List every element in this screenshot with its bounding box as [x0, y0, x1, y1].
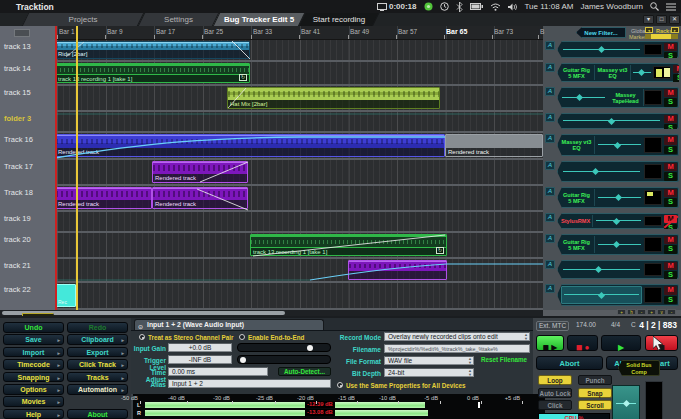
master-plugin-badge[interactable]: Solid Bus Comp [618, 360, 660, 376]
filter-panel-scrollbar[interactable] [645, 34, 678, 39]
timeline-ruler[interactable]: Bar 1Bar 9Bar 17Bar 25Bar 33Bar 41Bar 49… [55, 26, 543, 40]
automation-button[interactable]: A [545, 213, 555, 222]
volume-slider[interactable] [561, 286, 642, 304]
zoom-control-h[interactable]: h [627, 309, 636, 315]
master-fader[interactable] [612, 385, 640, 419]
zoom-control-v[interactable]: v [657, 309, 666, 315]
volume-slider[interactable] [597, 189, 642, 206]
filter-strip-track-17[interactable]: MS [557, 161, 679, 182]
filter-strip-track-20[interactable]: Guitar Rig 5 MFXMS [557, 234, 679, 255]
volume-slider-knob[interactable] [595, 266, 602, 273]
loop-icon[interactable]: ↻ [436, 247, 444, 254]
same-properties-radio[interactable] [337, 382, 343, 388]
menu-user-name[interactable]: James Woodburn [580, 2, 643, 11]
toggle-loop[interactable]: Loop [538, 375, 572, 385]
solo-button[interactable]: S [664, 146, 677, 155]
menu-clipboard[interactable]: Clipboard▸ [67, 334, 128, 345]
racks-right-arrow[interactable]: ▸ [671, 27, 679, 33]
clip-rendered-track[interactable]: Rendered track [445, 134, 543, 157]
track-name-track-14[interactable]: track 14 [4, 65, 52, 73]
mute-button[interactable]: M [664, 163, 677, 171]
loop-icon[interactable]: ↻ [239, 74, 247, 81]
track-lane-track-19[interactable] [55, 212, 543, 231]
plugin-massey-vt3-eq[interactable]: Massey vt3 EQ [595, 65, 631, 80]
track-name-track-16[interactable]: Track 16 [4, 136, 52, 144]
clip-rendered-track[interactable]: Rendered track [55, 187, 152, 209]
toggle-punch[interactable]: Punch [578, 375, 612, 385]
volume-slider[interactable] [561, 89, 606, 106]
track-name-folder-3[interactable]: folder 3 [4, 115, 52, 123]
tempo-readout[interactable]: 174.00 [576, 321, 596, 328]
volume-slider-knob[interactable] [613, 241, 620, 248]
time-signature-readout[interactable]: 4/4 [611, 321, 620, 328]
filename-field[interactable]: %projectdir%/%edit%_%track%_take_%take% [384, 344, 530, 353]
tab-bug-tracker-edit-5[interactable]: Bug Tracker Edit 5 [216, 13, 302, 26]
trigger-level-slider[interactable] [237, 355, 331, 364]
app-name[interactable]: Tracktion [16, 2, 54, 12]
track-name-track-21[interactable]: track 21 [4, 262, 52, 270]
solo-button[interactable]: S [664, 271, 677, 279]
auto-detect-button[interactable]: Auto-Detect... [278, 367, 331, 376]
menu-save[interactable]: Save▸ [3, 334, 64, 345]
automation-button[interactable]: A [545, 63, 555, 72]
plugin-massey-tapehead[interactable]: Massey TapeHead [608, 89, 644, 106]
plugin-guitar-rig-5-mfx[interactable]: Guitar Rig 5 MFX [559, 189, 595, 206]
filter-strip-track-14[interactable]: Guitar Rig 5 MFXMassey vt3 EQMS [557, 63, 679, 82]
window-minimize-button[interactable]: ▾ [643, 15, 654, 24]
screen-recording-indicator[interactable]: 0:00:18 [377, 2, 417, 11]
track-header-corner-button[interactable] [14, 29, 30, 37]
menu-clock-text[interactable]: Tue 11:08 AM [525, 2, 574, 11]
track-lane-folder-3[interactable] [55, 112, 543, 131]
racks-left-arrow[interactable]: ◂ [645, 27, 653, 33]
track-name-track-13[interactable]: track 13 [4, 43, 52, 51]
volume-slider[interactable] [633, 65, 651, 80]
volume-slider[interactable] [595, 215, 642, 227]
volume-slider-knob[interactable] [608, 117, 615, 124]
volume-slider-knob[interactable] [591, 168, 598, 175]
volume-slider-knob[interactable] [615, 194, 622, 201]
wifi-menu-icon[interactable] [490, 3, 501, 11]
menu-movies[interactable]: Movies▸ [3, 396, 64, 407]
reset-filename-button[interactable]: Reset Filename [478, 356, 530, 365]
mute-button[interactable]: M [664, 286, 677, 295]
clip-rendered-track[interactable]: Rendered track [152, 187, 248, 209]
filter-strip-track-21[interactable]: MS [557, 260, 679, 279]
playhead-cursor[interactable] [76, 26, 78, 310]
mute-button[interactable]: M [664, 115, 677, 123]
menu-export[interactable]: Export▸ [67, 347, 128, 358]
spotlight-search-icon[interactable] [650, 2, 659, 11]
automation-button[interactable]: A [545, 187, 555, 196]
volume-slider[interactable] [561, 163, 642, 180]
mute-button[interactable]: M [664, 236, 677, 244]
track-name-track-15[interactable]: track 15 [4, 89, 52, 97]
record-arm-button[interactable]: ◼▶ [536, 335, 564, 351]
solo-button[interactable]: S [664, 245, 677, 253]
punch-record-button[interactable]: ◼● [567, 335, 598, 351]
input-gain-slider[interactable] [237, 343, 331, 352]
filter-strip-track-15[interactable]: Massey TapeHeadMS [557, 87, 679, 108]
clip-ride-2bar[interactable]: Ride [2bar] [55, 41, 250, 59]
filter-strip-track-22[interactable]: MS [557, 284, 679, 306]
volume-slider[interactable] [597, 136, 642, 154]
volume-slider[interactable] [561, 43, 642, 56]
stepper-icon[interactable]: ▲▼ [468, 369, 472, 377]
plugin-stylusrmx[interactable]: StylusRMX [559, 215, 593, 227]
zoom-control-[interactable]: + [647, 309, 656, 315]
mute-button[interactable]: M [664, 43, 677, 51]
play-button[interactable]: ▶ [601, 335, 641, 351]
stepper-icon[interactable]: ▲▼ [524, 333, 528, 341]
input-device-badge[interactable]: Input 1 + R [22, 313, 58, 316]
tab-projects[interactable]: Projects [25, 13, 141, 26]
volume-slider-knob[interactable] [598, 46, 605, 53]
volume-menu-icon[interactable] [508, 3, 518, 11]
tab-start-recording[interactable]: Start recording [302, 13, 376, 26]
menu-automation[interactable]: Automation▸ [67, 384, 128, 395]
automation-button[interactable]: A [545, 87, 555, 96]
toggle-auto-lock[interactable]: Auto Lock [538, 388, 572, 398]
automation-button[interactable]: A [545, 41, 555, 50]
mute-button[interactable]: M [664, 136, 677, 145]
time-adjust-field[interactable]: 0.00 ms [168, 367, 268, 376]
volume-slider-knob[interactable] [598, 291, 605, 298]
menu-about[interactable]: About [67, 409, 128, 419]
trigger-level-field[interactable]: -INF dB [168, 355, 232, 364]
